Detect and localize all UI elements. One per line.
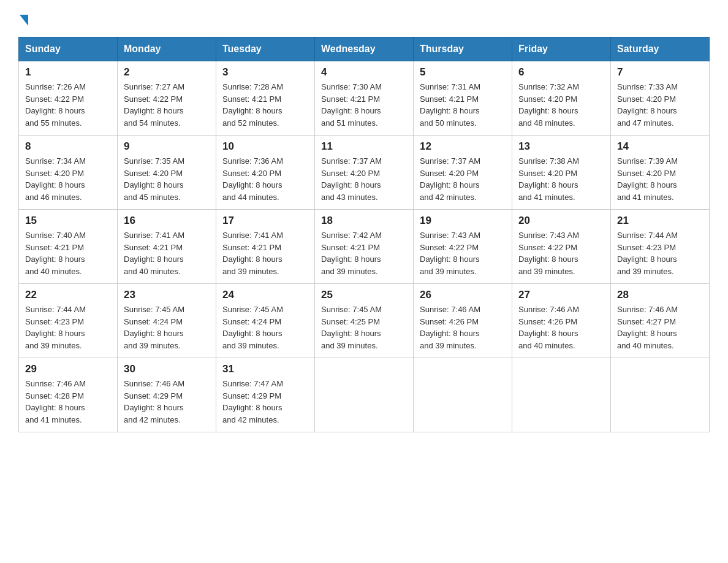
- day-of-week-header: Saturday: [611, 37, 710, 61]
- calendar-day-cell: 8 Sunrise: 7:34 AM Sunset: 4:20 PM Dayli…: [19, 136, 118, 210]
- calendar-week-row: 29 Sunrise: 7:46 AM Sunset: 4:28 PM Dayl…: [19, 358, 710, 432]
- logo-general-text: [18, 15, 28, 26]
- day-of-week-header: Sunday: [19, 37, 118, 61]
- day-info: Sunrise: 7:46 AM Sunset: 4:26 PM Dayligh…: [518, 304, 604, 351]
- day-info: Sunrise: 7:34 AM Sunset: 4:20 PM Dayligh…: [25, 155, 111, 203]
- calendar-day-cell: 16 Sunrise: 7:41 AM Sunset: 4:21 PM Dayl…: [118, 210, 216, 284]
- calendar-day-cell: 4 Sunrise: 7:30 AM Sunset: 4:21 PM Dayli…: [315, 61, 414, 136]
- day-of-week-header: Wednesday: [315, 37, 414, 61]
- calendar-day-cell: 2 Sunrise: 7:27 AM Sunset: 4:22 PM Dayli…: [118, 61, 216, 136]
- days-of-week-row: SundayMondayTuesdayWednesdayThursdayFrid…: [19, 37, 710, 61]
- day-info: Sunrise: 7:46 AM Sunset: 4:28 PM Dayligh…: [25, 378, 111, 426]
- day-number: 8: [25, 140, 111, 153]
- day-info: Sunrise: 7:40 AM Sunset: 4:21 PM Dayligh…: [25, 229, 111, 277]
- calendar-body: 1 Sunrise: 7:26 AM Sunset: 4:22 PM Dayli…: [19, 61, 710, 432]
- day-info: Sunrise: 7:45 AM Sunset: 4:25 PM Dayligh…: [321, 304, 407, 351]
- day-info: Sunrise: 7:42 AM Sunset: 4:21 PM Dayligh…: [321, 229, 407, 277]
- day-number: 4: [321, 66, 407, 79]
- day-info: Sunrise: 7:30 AM Sunset: 4:21 PM Dayligh…: [321, 81, 407, 129]
- day-of-week-header: Thursday: [414, 37, 512, 61]
- day-number: 13: [518, 140, 604, 153]
- calendar-day-cell: 23 Sunrise: 7:45 AM Sunset: 4:24 PM Dayl…: [118, 284, 216, 358]
- calendar-day-cell: [315, 358, 414, 432]
- calendar-week-row: 1 Sunrise: 7:26 AM Sunset: 4:22 PM Dayli…: [19, 61, 710, 136]
- calendar-day-cell: 22 Sunrise: 7:44 AM Sunset: 4:23 PM Dayl…: [19, 284, 118, 358]
- calendar-header: SundayMondayTuesdayWednesdayThursdayFrid…: [19, 37, 710, 61]
- calendar-day-cell: 1 Sunrise: 7:26 AM Sunset: 4:22 PM Dayli…: [19, 61, 118, 136]
- day-info: Sunrise: 7:27 AM Sunset: 4:22 PM Dayligh…: [124, 81, 210, 129]
- day-number: 6: [518, 66, 604, 79]
- day-info: Sunrise: 7:46 AM Sunset: 4:29 PM Dayligh…: [124, 378, 210, 426]
- day-info: Sunrise: 7:26 AM Sunset: 4:22 PM Dayligh…: [25, 81, 111, 129]
- day-info: Sunrise: 7:39 AM Sunset: 4:20 PM Dayligh…: [617, 155, 703, 203]
- calendar-table: SundayMondayTuesdayWednesdayThursdayFrid…: [18, 37, 710, 432]
- calendar-week-row: 22 Sunrise: 7:44 AM Sunset: 4:23 PM Dayl…: [19, 284, 710, 358]
- day-number: 19: [420, 215, 506, 227]
- day-number: 23: [124, 289, 210, 301]
- day-number: 27: [518, 289, 604, 301]
- day-number: 3: [222, 66, 308, 79]
- day-number: 18: [321, 215, 407, 227]
- day-info: Sunrise: 7:46 AM Sunset: 4:27 PM Dayligh…: [617, 304, 703, 351]
- calendar-day-cell: [611, 358, 710, 432]
- day-info: Sunrise: 7:37 AM Sunset: 4:20 PM Dayligh…: [420, 155, 506, 203]
- day-number: 1: [25, 66, 111, 79]
- calendar-day-cell: 15 Sunrise: 7:40 AM Sunset: 4:21 PM Dayl…: [19, 210, 118, 284]
- day-of-week-header: Tuesday: [216, 37, 315, 61]
- calendar-day-cell: 25 Sunrise: 7:45 AM Sunset: 4:25 PM Dayl…: [315, 284, 414, 358]
- day-number: 26: [420, 289, 506, 301]
- day-number: 31: [222, 363, 308, 375]
- day-number: 16: [124, 215, 210, 227]
- calendar-day-cell: 18 Sunrise: 7:42 AM Sunset: 4:21 PM Dayl…: [315, 210, 414, 284]
- calendar-day-cell: [414, 358, 512, 432]
- calendar-day-cell: 10 Sunrise: 7:36 AM Sunset: 4:20 PM Dayl…: [216, 136, 315, 210]
- day-info: Sunrise: 7:47 AM Sunset: 4:29 PM Dayligh…: [222, 378, 308, 426]
- day-info: Sunrise: 7:45 AM Sunset: 4:24 PM Dayligh…: [124, 304, 210, 351]
- calendar-day-cell: 6 Sunrise: 7:32 AM Sunset: 4:20 PM Dayli…: [512, 61, 611, 136]
- day-info: Sunrise: 7:28 AM Sunset: 4:21 PM Dayligh…: [222, 81, 308, 129]
- day-info: Sunrise: 7:44 AM Sunset: 4:23 PM Dayligh…: [25, 304, 111, 351]
- day-number: 20: [518, 215, 604, 227]
- day-number: 11: [321, 140, 407, 153]
- calendar-day-cell: 19 Sunrise: 7:43 AM Sunset: 4:22 PM Dayl…: [414, 210, 512, 284]
- day-number: 29: [25, 363, 111, 375]
- calendar-day-cell: 7 Sunrise: 7:33 AM Sunset: 4:20 PM Dayli…: [611, 61, 710, 136]
- calendar-day-cell: 26 Sunrise: 7:46 AM Sunset: 4:26 PM Dayl…: [414, 284, 512, 358]
- day-number: 15: [25, 215, 111, 227]
- day-info: Sunrise: 7:41 AM Sunset: 4:21 PM Dayligh…: [124, 229, 210, 277]
- day-info: Sunrise: 7:31 AM Sunset: 4:21 PM Dayligh…: [420, 81, 506, 129]
- page-header: [18, 15, 710, 26]
- calendar-day-cell: 14 Sunrise: 7:39 AM Sunset: 4:20 PM Dayl…: [611, 136, 710, 210]
- day-of-week-header: Friday: [512, 37, 611, 61]
- day-number: 24: [222, 289, 308, 301]
- day-info: Sunrise: 7:35 AM Sunset: 4:20 PM Dayligh…: [124, 155, 210, 203]
- logo: [18, 15, 28, 26]
- calendar-day-cell: 5 Sunrise: 7:31 AM Sunset: 4:21 PM Dayli…: [414, 61, 512, 136]
- day-info: Sunrise: 7:38 AM Sunset: 4:20 PM Dayligh…: [518, 155, 604, 203]
- calendar-day-cell: 17 Sunrise: 7:41 AM Sunset: 4:21 PM Dayl…: [216, 210, 315, 284]
- calendar-week-row: 8 Sunrise: 7:34 AM Sunset: 4:20 PM Dayli…: [19, 136, 710, 210]
- calendar-day-cell: 28 Sunrise: 7:46 AM Sunset: 4:27 PM Dayl…: [611, 284, 710, 358]
- calendar-day-cell: 20 Sunrise: 7:43 AM Sunset: 4:22 PM Dayl…: [512, 210, 611, 284]
- calendar-day-cell: 3 Sunrise: 7:28 AM Sunset: 4:21 PM Dayli…: [216, 61, 315, 136]
- logo-arrow-icon: [20, 15, 28, 26]
- day-number: 22: [25, 289, 111, 301]
- day-info: Sunrise: 7:36 AM Sunset: 4:20 PM Dayligh…: [222, 155, 308, 203]
- day-info: Sunrise: 7:41 AM Sunset: 4:21 PM Dayligh…: [222, 229, 308, 277]
- day-number: 21: [617, 215, 703, 227]
- calendar-day-cell: [512, 358, 611, 432]
- calendar-day-cell: 30 Sunrise: 7:46 AM Sunset: 4:29 PM Dayl…: [118, 358, 216, 432]
- calendar-week-row: 15 Sunrise: 7:40 AM Sunset: 4:21 PM Dayl…: [19, 210, 710, 284]
- day-info: Sunrise: 7:46 AM Sunset: 4:26 PM Dayligh…: [420, 304, 506, 351]
- day-number: 10: [222, 140, 308, 153]
- calendar-day-cell: 12 Sunrise: 7:37 AM Sunset: 4:20 PM Dayl…: [414, 136, 512, 210]
- day-number: 25: [321, 289, 407, 301]
- calendar-day-cell: 31 Sunrise: 7:47 AM Sunset: 4:29 PM Dayl…: [216, 358, 315, 432]
- day-number: 9: [124, 140, 210, 153]
- day-number: 7: [617, 66, 703, 79]
- day-number: 2: [124, 66, 210, 79]
- day-number: 5: [420, 66, 506, 79]
- day-info: Sunrise: 7:32 AM Sunset: 4:20 PM Dayligh…: [518, 81, 604, 129]
- calendar-day-cell: 13 Sunrise: 7:38 AM Sunset: 4:20 PM Dayl…: [512, 136, 611, 210]
- calendar-day-cell: 27 Sunrise: 7:46 AM Sunset: 4:26 PM Dayl…: [512, 284, 611, 358]
